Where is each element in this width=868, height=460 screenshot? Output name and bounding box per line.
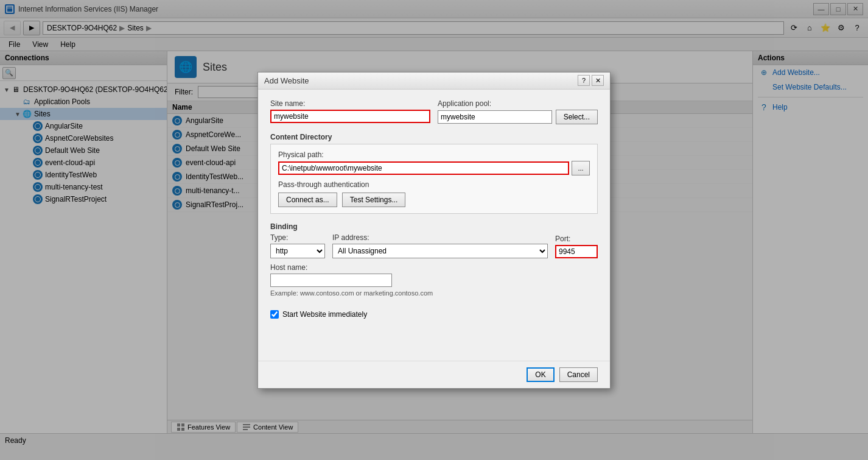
- browse-button[interactable]: ...: [572, 161, 590, 175]
- host-name-input[interactable]: [270, 274, 392, 287]
- start-immediately-label: Start Website immediately: [282, 310, 367, 319]
- cancel-button[interactable]: Cancel: [559, 367, 598, 382]
- modal-title-bar: Add Website ? ✕: [258, 73, 610, 90]
- start-immediately-checkbox[interactable]: [270, 310, 279, 319]
- content-directory-section: Content Directory Physical path: ... Pas…: [270, 133, 598, 214]
- ip-label: IP address:: [332, 233, 548, 242]
- port-label: Port:: [555, 235, 598, 243]
- ip-row: IP address: All Unassigned: [332, 233, 548, 258]
- app-pool-label: Application pool:: [438, 99, 598, 108]
- ok-button[interactable]: OK: [527, 367, 554, 382]
- test-settings-button[interactable]: Test Settings...: [342, 193, 406, 207]
- physical-path-input[interactable]: [278, 161, 569, 175]
- type-select[interactable]: http https: [270, 244, 325, 258]
- type-row: Type: http https: [270, 233, 325, 258]
- app-pool-input[interactable]: [438, 110, 552, 124]
- type-label: Type:: [270, 233, 325, 242]
- ip-select[interactable]: All Unassigned: [332, 244, 548, 258]
- pass-through-section: Pass-through authentication Connect as..…: [278, 180, 590, 207]
- modal-close-button[interactable]: ✕: [592, 75, 604, 86]
- example-text: Example: www.contoso.com or marketing.co…: [270, 289, 598, 297]
- binding-section: Binding Type: http https IP address: All…: [270, 222, 598, 297]
- modal-overlay: Add Website ? ✕ Site name: Application p…: [0, 0, 868, 460]
- modal-footer: OK Cancel: [258, 361, 610, 388]
- physical-path-row: Physical path: ...: [278, 150, 590, 175]
- content-directory-title: Content Directory: [270, 133, 598, 141]
- host-name-label: Host name:: [270, 263, 598, 272]
- connect-as-button[interactable]: Connect as...: [278, 193, 337, 207]
- port-row: Port:: [555, 235, 598, 258]
- content-directory-box: Physical path: ... Pass-through authenti…: [270, 144, 598, 214]
- pass-through-label: Pass-through authentication: [278, 180, 590, 189]
- port-input[interactable]: [555, 245, 598, 258]
- site-name-input[interactable]: [270, 110, 430, 123]
- select-pool-button[interactable]: Select...: [556, 110, 598, 124]
- host-name-row: Host name:: [270, 263, 598, 287]
- site-name-label: Site name:: [270, 99, 430, 108]
- start-immediately-row: Start Website immediately: [270, 310, 598, 319]
- modal-title: Add Website: [264, 76, 309, 85]
- modal-help-button[interactable]: ?: [578, 75, 590, 86]
- binding-title: Binding: [270, 222, 598, 231]
- physical-path-label: Physical path:: [278, 150, 590, 159]
- modal-content: Site name: Application pool: Select... C…: [258, 90, 610, 361]
- add-website-modal: Add Website ? ✕ Site name: Application p…: [257, 72, 611, 389]
